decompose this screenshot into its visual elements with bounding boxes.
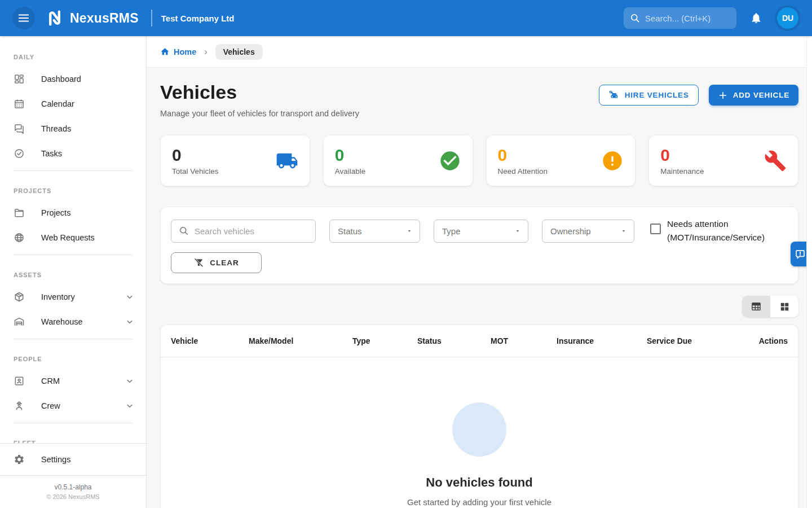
hire-vehicles-button[interactable]: HIRE VEHICLES — [599, 85, 699, 106]
stat-label: Need Attention — [498, 167, 602, 176]
breadcrumb-home-link[interactable]: Home — [160, 47, 196, 56]
sidebar-item-web-requests[interactable]: Web Requests — [0, 225, 146, 250]
sidebar-item-threads[interactable]: Threads — [0, 116, 146, 141]
status-select[interactable]: Status — [329, 220, 420, 243]
filter-off-icon — [193, 257, 204, 268]
vehicle-search-field — [171, 220, 316, 243]
table-view-icon — [751, 301, 762, 312]
view-toggle — [160, 296, 798, 317]
needs-attention-label-line1: Needs attention — [667, 219, 729, 229]
stat-value: 0 — [335, 146, 439, 164]
app-header: NexusRMS Test Company Ltd DU — [0, 0, 812, 36]
section-label-projects: PROJECTS — [0, 176, 146, 200]
vehicles-table-card: Vehicle Make/Model Type Status MOT Insur… — [160, 325, 798, 508]
scrollbar-gutter[interactable] — [806, 36, 812, 508]
hire-vehicles-label: HIRE VEHICLES — [625, 91, 689, 99]
vehicle-search-input[interactable] — [195, 226, 304, 236]
sidebar-item-label: Web Requests — [41, 233, 135, 242]
sidebar-footer: v0.5.1-alpha © 2026 NexusRMS — [0, 475, 146, 508]
column-header-insurance: Insurance — [546, 325, 637, 357]
needs-attention-checkbox-row[interactable]: Needs attention (MOT/Insurance/Service) — [650, 217, 765, 244]
user-menu-button[interactable]: DU — [775, 5, 801, 31]
sidebar-divider — [14, 339, 133, 339]
stat-card-need-attention: 0 Need Attention — [486, 135, 636, 186]
global-search[interactable] — [624, 7, 736, 29]
menu-icon — [17, 12, 30, 24]
notifications-button[interactable] — [745, 7, 767, 29]
sidebar-item-tasks[interactable]: Tasks — [0, 141, 146, 166]
search-icon — [178, 225, 189, 237]
sidebar-item-dashboard[interactable]: Dashboard — [0, 67, 146, 91]
header-divider — [151, 10, 152, 27]
car-key-icon — [608, 90, 620, 101]
ownership-select-label: Ownership — [550, 226, 591, 236]
sidebar-item-label: Calendar — [41, 99, 135, 108]
status-select-label: Status — [338, 226, 362, 236]
crew-icon — [14, 400, 25, 411]
sidebar-item-inventory[interactable]: Inventory — [0, 284, 146, 309]
empty-state-title: No vehicles found — [161, 475, 798, 490]
copyright: © 2026 NexusRMS — [0, 493, 146, 500]
needs-attention-checkbox[interactable] — [650, 224, 661, 234]
column-header-make-model: Make/Model — [239, 325, 342, 357]
needs-attention-label-line2: (MOT/Insurance/Service) — [667, 233, 765, 242]
sidebar-item-crew[interactable]: Crew — [0, 393, 146, 418]
crm-icon — [14, 375, 25, 387]
sidebar-item-label: Threads — [41, 124, 135, 133]
stat-value: 0 — [660, 146, 764, 164]
wrench-icon — [764, 150, 787, 172]
empty-state: No vehicles found Get started by adding … — [161, 357, 798, 507]
check-circle-icon — [439, 150, 461, 172]
chevron-down-icon — [125, 292, 135, 302]
section-label-assets: ASSETS — [0, 260, 146, 284]
avatar: DU — [777, 7, 798, 29]
plus-icon — [718, 90, 728, 100]
sidebar-item-projects[interactable]: Projects — [0, 200, 146, 225]
breadcrumb: Home › Vehicles — [147, 36, 812, 68]
threads-icon — [14, 123, 25, 134]
breadcrumb-current: Vehicles — [215, 44, 263, 60]
stat-card-total-vehicles: 0 Total Vehicles — [160, 135, 310, 186]
sidebar-item-crm[interactable]: CRM — [0, 369, 146, 393]
sidebar-item-label: Crew — [41, 401, 125, 410]
column-header-service-due: Service Due — [637, 325, 734, 357]
add-vehicle-label: ADD VEHICLE — [733, 91, 789, 99]
sidebar-item-settings[interactable]: Settings — [0, 447, 146, 472]
column-header-mot: MOT — [480, 325, 546, 357]
table-view-button[interactable] — [742, 296, 770, 317]
page-title: Vehicles — [160, 81, 359, 103]
sidebar-item-calendar[interactable]: Calendar — [0, 91, 146, 116]
type-select[interactable]: Type — [434, 220, 528, 243]
sidebar-divider — [14, 423, 133, 423]
projects-icon — [14, 207, 25, 218]
sidebar: DAILY Dashboard Calendar Threads Tasks — [0, 36, 147, 508]
column-header-status: Status — [407, 325, 480, 357]
home-icon — [160, 47, 170, 56]
stat-label: Available — [335, 167, 439, 176]
main-content: Home › Vehicles Vehicles Manage your fle… — [147, 36, 812, 508]
ownership-select[interactable]: Ownership — [542, 220, 634, 243]
grid-view-button[interactable] — [770, 296, 798, 317]
app-name: NexusRMS — [70, 11, 139, 26]
stat-value: 0 — [498, 146, 602, 164]
calendar-icon — [14, 98, 25, 110]
stat-cards: 0 Total Vehicles 0 Available 0 — [160, 135, 798, 186]
tasks-icon — [14, 148, 25, 159]
add-vehicle-button[interactable]: ADD VEHICLE — [709, 85, 798, 106]
clear-filters-button[interactable]: CLEAR — [171, 252, 262, 273]
global-search-input[interactable] — [645, 14, 735, 23]
grid-view-icon — [779, 301, 790, 312]
chevron-down-icon — [125, 401, 135, 411]
column-header-actions: Actions — [734, 325, 798, 357]
section-label-fleet: FLEET — [0, 428, 146, 443]
empty-state-circle — [452, 402, 506, 457]
menu-button[interactable] — [12, 7, 35, 29]
type-select-label: Type — [442, 226, 461, 236]
stat-label: Total Vehicles — [172, 167, 276, 176]
stat-card-maintenance: 0 Maintenance — [648, 135, 798, 186]
sidebar-item-warehouse[interactable]: Warehouse — [0, 309, 146, 334]
dashboard-icon — [14, 73, 25, 85]
stat-value: 0 — [172, 146, 276, 164]
sidebar-item-label: Dashboard — [41, 75, 135, 84]
table-header-row: Vehicle Make/Model Type Status MOT Insur… — [161, 325, 798, 357]
